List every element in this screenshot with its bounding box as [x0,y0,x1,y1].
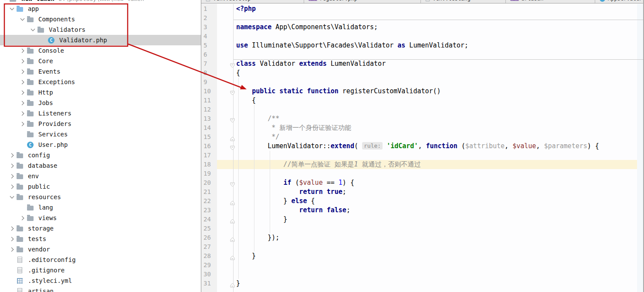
fold-collapse-icon[interactable] [230,144,235,153]
tree-item-validator-php[interactable]: CValidator.php [0,35,201,45]
code-line[interactable]: 20 if ($value == 1) { [201,178,644,187]
code-line[interactable]: 2 [201,14,644,23]
code-line[interactable]: 1<?php [201,4,644,14]
chevron-right-icon[interactable] [7,246,17,253]
code-line[interactable]: 5use Illuminate\Support\Facades\Validato… [201,41,644,50]
close-icon[interactable]: × [498,0,501,2]
chevron-right-icon[interactable] [7,225,17,232]
code-line[interactable]: 19 [201,169,644,178]
editor-scrollbar[interactable] [637,4,643,292]
code-line[interactable]: 14 * 新增一个身份证验证功能 [201,123,644,132]
chevron-right-icon[interactable] [17,89,27,96]
chevron-down-icon[interactable] [7,194,17,200]
code-line[interactable]: 9 [201,78,644,87]
chevron-right-icon[interactable] [7,162,17,169]
tree-item-core[interactable]: Core [0,56,201,66]
tree-item-providers[interactable]: Providers [0,119,201,129]
code-line[interactable]: 7class Validator extends LumenValidator [201,59,644,68]
code-line[interactable]: 24 } [201,215,644,224]
code-line[interactable]: 18 //简单一点验证 如果是1 就通过，否则不通过 [201,160,644,169]
tree-item-console[interactable]: Console [0,45,201,56]
tree-item-storage[interactable]: storage [0,223,201,234]
chevron-right-icon[interactable] [17,120,27,127]
chevron-right-icon[interactable] [17,68,27,75]
code-line[interactable]: 25 [201,224,644,233]
code-line[interactable]: 22 } else { [201,197,644,206]
tree-item-events[interactable]: Events [0,66,201,77]
chevron-right-icon[interactable] [17,58,27,65]
tree-item-public[interactable]: public [0,181,201,192]
chevron-right-icon[interactable] [17,47,27,54]
tab-appserviceprovider-php[interactable]: CAppServiceProvider.php× [595,0,644,3]
tree-item-vendor[interactable]: vendor [0,244,201,255]
chevron-down-icon[interactable] [17,16,27,23]
chevron-right-icon[interactable] [17,214,27,221]
code-line[interactable]: 26 }); [201,233,644,242]
code-line[interactable]: 23 return false; [201,206,644,215]
tree-item-styleci-yml[interactable]: .styleci.yml [0,275,201,286]
code-line[interactable]: 15 */ [201,132,644,142]
tree-item-services[interactable]: Services [0,129,201,139]
tree-item-exceptions[interactable]: Exceptions [0,77,201,87]
tab-artisan[interactable]: phpartisan× [506,0,595,3]
tab-env-develop[interactable]: .env.develop× [201,0,304,3]
intention-bulb-icon[interactable] [239,161,244,168]
code-line[interactable]: 31} [201,279,644,288]
code-line[interactable]: 27 [201,242,644,251]
chevron-right-icon[interactable] [17,110,27,117]
code-line[interactable]: 8{ [201,68,644,78]
tree-item-user-php[interactable]: CUser.php [0,139,201,150]
fold-end-icon[interactable] [230,135,235,144]
tree-item-app[interactable]: app [0,3,201,14]
tree-item-resources[interactable]: resources [0,192,201,202]
code-line[interactable]: 30 [201,270,644,279]
tree-item-editorconfig[interactable]: .editorconfig [0,255,201,265]
chevron-right-icon[interactable] [7,183,17,190]
close-icon[interactable]: × [587,0,590,2]
code-line[interactable]: 29 [201,261,644,270]
code-line[interactable]: 10 public static function registerCustom… [201,87,644,96]
tree-item-lang[interactable]: lang [0,202,201,213]
tree-item-database[interactable]: database [0,160,201,171]
close-icon[interactable]: × [296,0,299,2]
fold-collapse-icon[interactable] [230,180,235,190]
tree-item-config[interactable]: config [0,150,201,160]
tree-item-components[interactable]: Components [0,14,201,24]
tree-item-tests[interactable]: tests [0,234,201,244]
tab-register-php[interactable]: phpregister.php× [304,0,421,3]
code-line[interactable]: 4 [201,32,644,41]
code-line[interactable]: 12 [201,105,644,114]
chevron-right-icon[interactable] [17,78,27,85]
fold-end-icon[interactable] [230,217,235,226]
close-icon[interactable]: × [413,0,416,2]
chevron-right-icon[interactable] [7,152,17,159]
tree-item-gitignore[interactable]: .gitignore [0,265,201,275]
editor-body[interactable]: 1<?php23namespace App\Components\Validat… [201,4,644,292]
code-line[interactable]: 16 LumenValidator::extend( rule: 'idCard… [201,142,644,151]
fold-end-icon[interactable] [230,281,235,290]
fold-collapse-icon[interactable] [230,61,235,71]
code-line[interactable]: 3namespace App\Components\Validators; [201,23,644,32]
code-line[interactable]: 28 } [201,251,644,261]
chevron-down-icon[interactable] [0,0,10,2]
tree-item-artisan[interactable]: artisan [0,286,201,292]
code-line[interactable]: 6 [201,50,644,59]
chevron-right-icon[interactable] [7,235,17,242]
chevron-right-icon[interactable] [7,173,17,180]
tree-item-http[interactable]: Http [0,87,201,98]
fold-end-icon[interactable] [230,199,235,208]
code-line[interactable]: 21 return true; [201,187,644,197]
tab-env-testing[interactable]: .env.testing× [421,0,506,3]
fold-collapse-icon[interactable] [230,116,235,126]
tree-item-validators[interactable]: Validators [0,24,201,35]
tree-item-views[interactable]: views [0,213,201,223]
tree-item-env[interactable]: env [0,171,201,181]
code-line[interactable]: 17 [201,151,644,160]
fold-end-icon[interactable] [230,235,235,244]
chevron-down-icon[interactable] [28,26,37,33]
tree-item-listeners[interactable]: Listeners [0,108,201,119]
tree-item-jobs[interactable]: Jobs [0,98,201,108]
code-line[interactable]: 13 /** [201,114,644,123]
chevron-right-icon[interactable] [17,99,27,106]
fold-end-icon[interactable] [230,254,235,263]
